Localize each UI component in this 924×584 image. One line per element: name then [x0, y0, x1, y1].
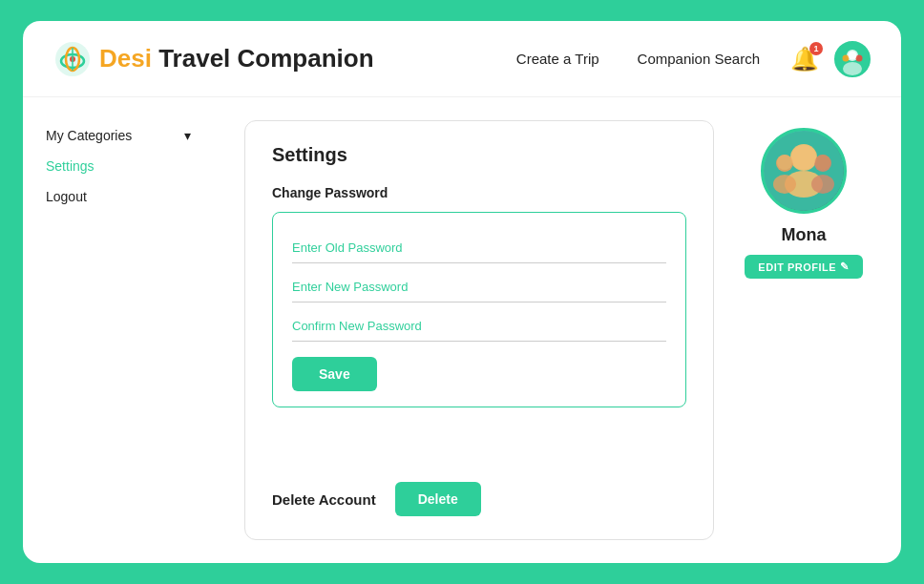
sidebar-item-settings[interactable]: Settings — [42, 151, 195, 181]
logo-rest: Travel Companion — [152, 44, 374, 73]
nav-links: Create a Trip Companion Search — [516, 51, 760, 67]
svg-point-7 — [843, 62, 862, 75]
confirm-password-field — [292, 310, 666, 342]
sidebar: My Categories ▾ Settings Logout — [23, 97, 214, 563]
logo-text: Desi Travel Companion — [99, 44, 374, 73]
sidebar-item-logout[interactable]: Logout — [42, 181, 195, 212]
profile-avatar — [761, 128, 847, 214]
pencil-icon: ✎ — [840, 261, 850, 273]
main-content: Settings Change Password Save — [214, 97, 901, 563]
new-password-field — [292, 271, 666, 302]
logo-icon — [53, 40, 92, 78]
app-container: Desi Travel Companion Create a Trip Comp… — [23, 21, 901, 563]
profile-card: Mona EDIT PROFILE ✎ — [737, 120, 871, 540]
confirm-password-input[interactable] — [292, 310, 666, 342]
avatar-group-icon — [764, 131, 844, 211]
sidebar-label-settings: Settings — [46, 158, 94, 174]
avatar-image — [836, 43, 869, 75]
sidebar-label-categories: My Categories — [46, 128, 132, 143]
old-password-field — [292, 232, 666, 263]
svg-point-17 — [811, 175, 834, 194]
content-area: My Categories ▾ Settings Logout Settings… — [23, 97, 901, 563]
password-form-box: Save — [272, 212, 686, 407]
settings-title: Settings — [272, 144, 686, 166]
change-password-label: Change Password — [272, 185, 686, 200]
svg-point-20 — [815, 155, 830, 170]
edit-profile-label: EDIT PROFILE — [758, 261, 836, 273]
svg-point-18 — [791, 145, 816, 170]
bell-button[interactable]: 🔔 1 — [790, 46, 819, 73]
nav-icons: 🔔 1 — [790, 41, 871, 77]
old-password-input[interactable] — [292, 232, 666, 263]
edit-profile-button[interactable]: EDIT PROFILE ✎ — [745, 255, 862, 279]
sidebar-item-categories[interactable]: My Categories ▾ — [42, 120, 195, 151]
delete-section: Delete Account Delete — [272, 474, 686, 516]
chevron-down-icon: ▾ — [184, 128, 191, 143]
svg-point-8 — [843, 54, 850, 61]
delete-account-label: Delete Account — [272, 491, 376, 508]
logo-area: Desi Travel Companion — [53, 40, 516, 78]
settings-card: Settings Change Password Save — [244, 120, 714, 540]
avatar-image — [764, 131, 844, 211]
save-button[interactable]: Save — [292, 357, 377, 391]
notification-badge: 1 — [809, 42, 823, 55]
nav-companion-search[interactable]: Companion Search — [638, 51, 760, 67]
header: Desi Travel Companion Create a Trip Comp… — [23, 21, 901, 97]
delete-button[interactable]: Delete — [395, 482, 481, 516]
svg-point-10 — [849, 51, 857, 59]
new-password-input[interactable] — [292, 271, 666, 302]
svg-point-9 — [856, 54, 863, 61]
svg-point-15 — [773, 175, 796, 194]
sidebar-label-logout: Logout — [46, 189, 87, 204]
profile-name: Mona — [782, 225, 827, 245]
header-avatar[interactable] — [834, 41, 871, 77]
nav-create-trip[interactable]: Create a Trip — [516, 51, 599, 67]
svg-point-19 — [777, 155, 792, 170]
logo-desi: Desi — [99, 44, 152, 73]
